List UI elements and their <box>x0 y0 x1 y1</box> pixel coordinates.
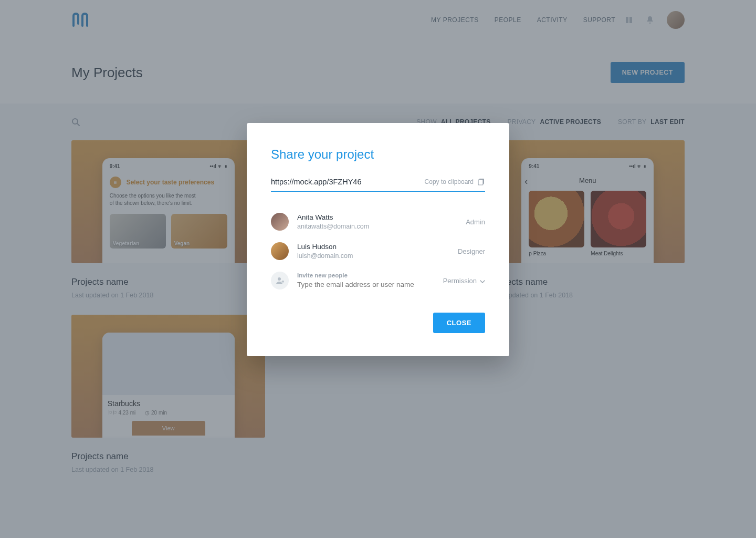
person-row: Luis Hudson luish@domain.com Designer <box>271 242 485 260</box>
close-button[interactable]: CLOSE <box>433 313 485 333</box>
permission-label: Permission <box>443 277 477 285</box>
person-name: Anita Watts <box>297 213 457 221</box>
add-person-icon <box>271 272 289 289</box>
person-role[interactable]: Admin <box>466 218 485 226</box>
people-list: Anita Watts anitawatts@domain.com Admin … <box>271 213 485 289</box>
permission-dropdown[interactable]: Permission <box>443 277 485 285</box>
copy-label: Copy to clipboard <box>425 178 474 185</box>
svg-rect-3 <box>478 180 483 185</box>
share-link-input[interactable] <box>271 178 425 186</box>
person-name: Luis Hudson <box>297 243 449 251</box>
person-row: Anita Watts anitawatts@domain.com Admin <box>271 213 485 231</box>
avatar <box>271 242 289 260</box>
invite-title: Invite new people <box>297 272 435 278</box>
share-link-field: Copy to clipboard <box>271 178 485 192</box>
chevron-down-icon <box>480 278 485 283</box>
svg-point-4 <box>278 277 281 281</box>
person-email: anitawatts@domain.com <box>297 223 457 230</box>
avatar <box>271 213 289 231</box>
clipboard-icon <box>478 178 485 185</box>
modal-overlay[interactable]: Share your project Copy to clipboard Ani… <box>0 0 756 538</box>
copy-to-clipboard[interactable]: Copy to clipboard <box>425 178 485 185</box>
person-role[interactable]: Designer <box>458 247 485 255</box>
invite-row: Invite new people Permission <box>271 272 485 289</box>
share-modal: Share your project Copy to clipboard Ani… <box>247 123 509 356</box>
modal-title: Share your project <box>271 147 485 162</box>
invite-input[interactable] <box>297 281 435 288</box>
person-email: luish@domain.com <box>297 252 449 260</box>
